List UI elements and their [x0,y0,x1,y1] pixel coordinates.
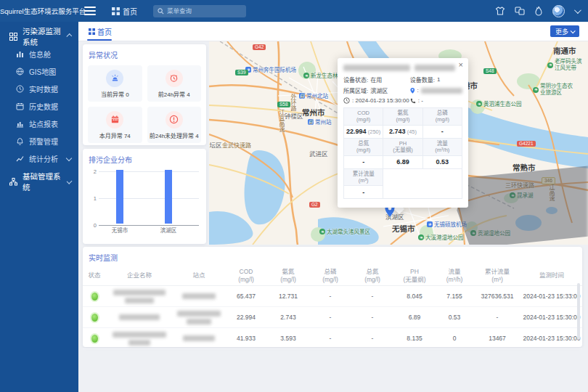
y-tick: 0 [89,222,97,229]
table-row[interactable]: 65.437 12.731 - - 8.045 7.155 327636.531… [83,286,582,307]
menu-collapse-icon[interactable] [84,7,96,15]
popup-value: - [344,186,383,199]
layout-screens-icon[interactable] [515,6,525,16]
sidebar-item-station-report[interactable]: 站点报表 [0,115,78,132]
realtime-clock-icon [16,85,24,93]
sidebar-section-label: 污染源监测系统 [23,25,62,47]
phone-row: : - [410,97,462,104]
popup-th: PH(无量纲) [383,138,422,155]
map-label: 金武快速路 [222,141,251,149]
popup-value: 2.743 (45) [383,125,422,138]
theme-skin-icon[interactable] [495,6,505,16]
sidebar-item-history-data[interactable]: 历史数据 [0,97,78,115]
redacted-company-name [113,332,166,338]
redacted-company-name [128,340,150,346]
table-row[interactable]: 22.994 2.743 - - 6.89 0.53 - 2024-01-23 … [83,307,582,328]
popup-value: 22.994 (250) [344,125,383,138]
expand-caret-icon [66,155,72,161]
popup-value: - [344,155,383,168]
map-label: 江宜高速 [277,109,285,132]
sidebar-item-info-hub[interactable]: 信息舱 [0,45,78,62]
phone-icon [410,98,416,104]
gis-map-icon [16,68,24,75]
map-label: 外环路 [289,94,297,111]
road-badge: G2 [309,202,320,208]
stat-label: 前24h异常 4 [158,90,190,98]
popup-value: - [422,125,462,138]
sidebar-item-statistics[interactable]: 统计分析 [0,150,78,167]
popup-value: 0.53 [422,155,462,168]
monitor-table-title: 实时监测 [83,247,582,266]
tab-bar: 首页 更多 [78,22,588,41]
stat-card-24h-abnormal[interactable]: 前24h异常 4 [147,65,202,102]
road-badge: S48 [483,68,497,74]
road-badge: G4221 [517,141,536,147]
app-logo: Squirrel生态环境云服务平台 [0,6,78,16]
status-ok-icon [91,335,98,343]
y-tick: 2 [89,168,97,175]
close-icon[interactable]: × [459,61,463,69]
train-station-icon: 🚆 [299,93,305,99]
user-avatar[interactable] [552,5,565,17]
stat-card-month-abnormal[interactable]: 本月异常 74 [88,107,142,143]
map-label: 🚆常州站 [308,118,332,126]
sidebar-item-label: 实时数据 [29,83,58,94]
road-badge: S39 [235,70,248,75]
top-bar: Squirrel生态环境云服务平台 首页 [0,0,588,22]
bar-chart: 2 1 0 无锡市 滨湖区 [89,170,200,242]
sidebar-item-realtime-data[interactable]: 实时数据 [0,80,78,97]
table-scrollbar[interactable] [577,283,580,340]
base-system-tree-icon [9,178,17,186]
map-label: 常州市 [302,107,325,118]
map-label: ❧黄泗浦生态公园 [476,99,522,107]
alarm-clock-icon [169,73,179,83]
map-label: ✈常州奔牛国际机场 [245,65,296,73]
sidebar-item-label: 统计分析 [29,153,58,164]
address-row: : [410,86,462,94]
sidebar-section-pollution-system[interactable]: 污染源监测系统 [0,28,78,45]
bar-wuxi[interactable] [116,170,123,224]
collapse-caret-icon [67,33,73,39]
stat-card-24h-unhandled[interactable]: 前24h未处理异常 4 [147,107,202,143]
flame-icon[interactable] [534,6,543,16]
chart-title: 排污企业分布 [83,149,206,168]
realtime-monitor-panel: 实时监测 状态 企业名称 站点 COD(mg/l) 氨氮(mg/l) 总磷(mg… [83,247,582,347]
abnormal-status-panel: 异常状况 当前异常 0 前24h异常 4 本月异常 74 前24h未处理异常 4 [83,44,206,145]
road-badge: G42 [253,44,266,50]
train-station-icon: 🚆 [308,119,314,125]
stat-card-current-abnormal[interactable]: 当前异常 0 [88,65,142,102]
x-category: 无锡市 [112,226,128,234]
popup-measurements-table: COD(mg/l) 氨氮(mg/l) 总磷(mg/l) 22.994 (250)… [343,107,462,199]
sidebar-item-alert-management[interactable]: 预警管理 [0,132,78,150]
search-icon [158,8,164,15]
search-input[interactable] [167,7,240,15]
sidebar-item-gis-map[interactable]: GIS地图 [0,62,78,80]
sidebar-item-label: 预警管理 [29,136,58,147]
table-row[interactable]: 41.933 3.593 - - 8.135 0 13467 2024-01-2… [83,328,582,349]
road-badge: S58 [277,102,290,107]
device-status-row: 设备状态:在用 [343,75,410,83]
device-count-row: 设备数量:1 [410,75,462,83]
status-ok-icon [91,314,98,322]
calendar-icon [110,115,120,124]
map-label: ❧老岸码头滨江风光带 [547,59,585,71]
status-ok-icon [91,293,98,301]
bar-binhu[interactable] [165,170,172,224]
tab-home-label: 首页 [97,26,112,37]
menu-search[interactable] [153,5,246,17]
app-window: Squirrel生态环境云服务平台 首页 污染源监测系统 信息舱 [0,0,588,392]
breadcrumb[interactable]: 首页 [112,6,137,17]
warning-circle-icon [169,115,179,124]
location-pin-icon [410,87,415,94]
park-icon: ❧ [418,234,424,240]
active-tab-indicator [87,39,112,41]
sidebar-section-base-system[interactable]: 基础管理系统 [0,173,78,190]
park-icon: ❧ [547,62,553,68]
user-menu-chevron-icon[interactable] [574,7,581,14]
park-icon: ❧ [303,73,309,78]
more-chevron-icon [571,28,576,33]
table-header-row: 状态 企业名称 站点 COD(mg/l) 氨氮(mg/l) 总磷(mg/l) 总… [83,266,582,286]
redacted-site-name [187,319,211,324]
more-button[interactable]: 更多 [550,25,579,37]
tab-home[interactable]: 首页 [89,26,112,37]
